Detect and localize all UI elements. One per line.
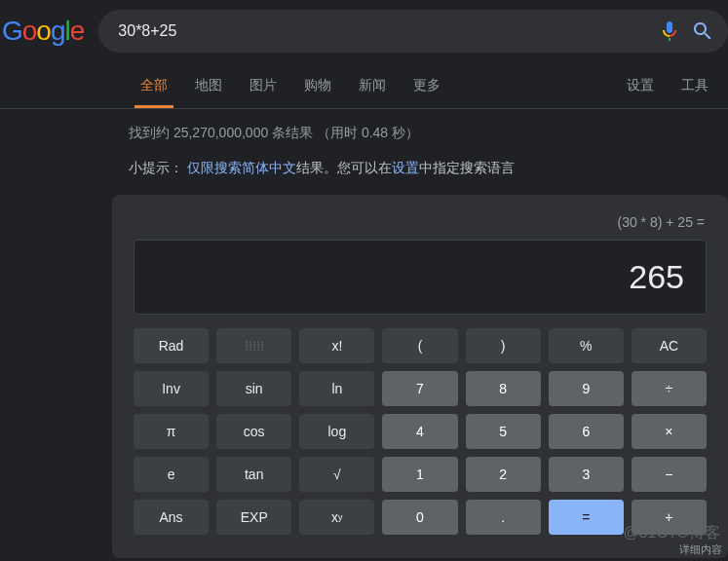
calc-e[interactable]: e [134, 457, 209, 492]
tip-link-lang[interactable]: 简体中文 [242, 160, 296, 175]
calc-6[interactable]: 6 [549, 414, 624, 449]
calc-ans[interactable]: Ans [134, 500, 209, 535]
calc-divide[interactable]: ÷ [632, 371, 707, 406]
tab-shopping[interactable]: 购物 [290, 62, 345, 108]
search-input[interactable] [112, 22, 648, 40]
calc-factorial[interactable]: x! [299, 328, 374, 363]
calc-7[interactable]: 7 [382, 371, 457, 406]
calc-expression: (30 * 8) + 25 = [134, 214, 707, 230]
mic-icon[interactable] [658, 19, 681, 43]
calc-1[interactable]: 1 [382, 457, 457, 492]
tab-more[interactable]: 更多 [400, 62, 454, 108]
calc-exp[interactable]: EXP [216, 500, 291, 535]
calc-deg[interactable]: ⁞⁞⁞⁞⁞ [216, 328, 291, 363]
calc-minus[interactable]: − [632, 457, 707, 492]
calc-equals[interactable]: = [549, 500, 624, 535]
calc-inv[interactable]: Inv [134, 371, 209, 406]
google-logo[interactable]: Google [2, 16, 84, 47]
calc-2[interactable]: 2 [466, 457, 541, 492]
detail-link[interactable]: 详细内容 [679, 542, 722, 557]
calc-sqrt[interactable]: √ [299, 457, 374, 492]
tab-news[interactable]: 新闻 [345, 62, 400, 108]
calc-cos[interactable]: cos [216, 414, 291, 449]
calc-buttons: Rad ⁞⁞⁞⁞⁞ x! ( ) % AC Inv sin ln 7 8 9 ÷… [134, 328, 707, 535]
calc-sin[interactable]: sin [216, 371, 291, 406]
calc-percent[interactable]: % [549, 328, 624, 363]
calc-5[interactable]: 5 [466, 414, 541, 449]
calc-multiply[interactable]: × [632, 414, 707, 449]
calc-dot[interactable]: . [466, 500, 541, 535]
calc-8[interactable]: 8 [466, 371, 541, 406]
tab-images[interactable]: 图片 [236, 62, 290, 108]
search-tip: 小提示： 仅限搜索简体中文结果。您可以在设置中指定搜索语言 [0, 152, 728, 195]
search-icon[interactable] [691, 19, 714, 43]
calc-3[interactable]: 3 [549, 457, 624, 492]
nav-tabs: 全部 地图 图片 购物 新闻 更多 设置 工具 [0, 62, 728, 109]
watermark: @51CTO博客 [623, 523, 720, 543]
nav-settings[interactable]: 设置 [613, 62, 668, 108]
nav-tools[interactable]: 工具 [668, 62, 722, 108]
calc-ln[interactable]: ln [299, 371, 374, 406]
calc-0[interactable]: 0 [382, 500, 457, 535]
tab-maps[interactable]: 地图 [181, 62, 236, 108]
tab-all[interactable]: 全部 [127, 62, 181, 108]
calc-lparen[interactable]: ( [382, 328, 457, 363]
search-bar [98, 10, 728, 53]
header: Google [0, 0, 728, 62]
calc-pow[interactable]: xy [299, 500, 374, 535]
tip-link-limit[interactable]: 仅限搜索 [187, 160, 242, 175]
results-count: 找到约 25,270,000,000 条结果 （用时 0.48 秒） [0, 109, 728, 152]
calc-log[interactable]: log [299, 414, 374, 449]
calculator-card: (30 * 8) + 25 = 265 Rad ⁞⁞⁞⁞⁞ x! ( ) % A… [112, 195, 728, 558]
calc-tan[interactable]: tan [216, 457, 291, 492]
calc-pi[interactable]: π [134, 414, 209, 449]
calc-rparen[interactable]: ) [466, 328, 541, 363]
calc-9[interactable]: 9 [549, 371, 624, 406]
calc-result: 265 [134, 240, 707, 315]
tip-link-settings[interactable]: 设置 [392, 160, 419, 175]
calc-4[interactable]: 4 [382, 414, 457, 449]
calc-ac[interactable]: AC [632, 328, 707, 363]
calc-rad[interactable]: Rad [134, 328, 209, 363]
